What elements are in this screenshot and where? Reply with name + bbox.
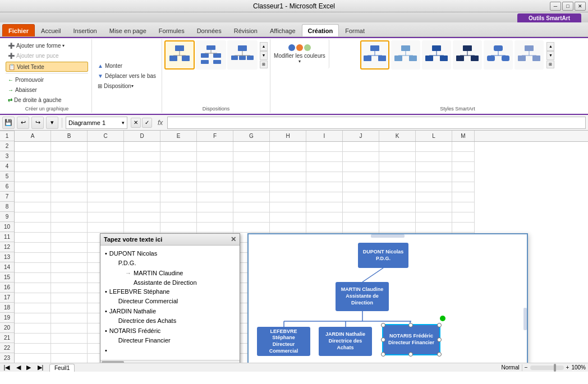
cell-E7[interactable] xyxy=(160,202,197,212)
cell-M2[interactable] xyxy=(452,152,475,162)
col-header-B[interactable]: B xyxy=(51,131,88,141)
cell-D5[interactable] xyxy=(124,182,160,192)
cell-E2[interactable] xyxy=(160,152,197,162)
cell-L1[interactable] xyxy=(416,142,452,152)
move-up-button[interactable]: ▲ Monter xyxy=(95,61,158,71)
move-down-button[interactable]: ▼ Déplacer vers le bas xyxy=(95,71,158,81)
col-header-F[interactable]: F xyxy=(197,131,233,141)
name-box-dropdown[interactable]: ▾ xyxy=(122,120,125,126)
handle-bm[interactable] xyxy=(408,352,413,357)
text-panel-scrollbar[interactable] xyxy=(100,360,240,363)
cell-M5[interactable] xyxy=(452,182,475,192)
cell-A16[interactable] xyxy=(15,293,51,303)
add-form-button[interactable]: ➕ Ajouter une forme ▾ xyxy=(6,40,88,50)
cell-K2[interactable] xyxy=(379,152,416,162)
cell-L4[interactable] xyxy=(416,172,452,182)
cell-B4[interactable] xyxy=(51,172,88,182)
row-header-3[interactable]: 3 xyxy=(0,151,14,161)
cell-D2[interactable] xyxy=(124,152,160,162)
cell-H4[interactable] xyxy=(270,172,306,182)
cell-A8[interactable] xyxy=(15,212,51,223)
style-item-6[interactable] xyxy=(514,40,544,70)
zoom-minus[interactable]: − xyxy=(525,364,528,371)
cell-H3[interactable] xyxy=(270,162,306,172)
cell-I8[interactable] xyxy=(306,212,343,223)
formula-bar[interactable] xyxy=(167,117,586,129)
cell-F5[interactable] xyxy=(197,182,233,192)
rotation-handle[interactable] xyxy=(440,316,445,321)
cell-E1[interactable] xyxy=(160,142,197,152)
cell-G8[interactable] xyxy=(233,212,270,223)
cell-B22[interactable] xyxy=(51,354,88,363)
rtl-button[interactable]: ⇄ De droite à gauche xyxy=(6,95,88,105)
cell-I2[interactable] xyxy=(306,152,343,162)
cell-A19[interactable] xyxy=(15,323,51,334)
style-item-1[interactable] xyxy=(360,40,389,70)
cell-D7[interactable] xyxy=(124,202,160,212)
org-box-martin[interactable]: MARTIN ClaudineAssistante deDirection xyxy=(336,282,389,311)
cell-F3[interactable] xyxy=(197,162,233,172)
cell-B10[interactable] xyxy=(51,233,88,243)
cell-M4[interactable] xyxy=(452,172,475,182)
cell-A11[interactable] xyxy=(15,243,51,253)
cell-B16[interactable] xyxy=(51,293,88,303)
cell-J1[interactable] xyxy=(343,142,379,152)
cell-F4[interactable] xyxy=(197,172,233,182)
cell-A22[interactable] xyxy=(15,354,51,363)
cell-B6[interactable] xyxy=(51,192,88,202)
cell-I4[interactable] xyxy=(306,172,343,182)
cell-B12[interactable] xyxy=(51,253,88,263)
tab-mise-en-page[interactable]: Mise en page xyxy=(103,24,153,36)
cell-H8[interactable] xyxy=(270,212,306,223)
cell-G5[interactable] xyxy=(233,182,270,192)
cell-J8[interactable] xyxy=(343,212,379,223)
add-bullet-button[interactable]: ➕ Ajouter une puce xyxy=(6,50,88,61)
redo-button[interactable]: ↪ xyxy=(31,117,44,129)
disposition-button[interactable]: ⊞ Disposition ▾ xyxy=(95,81,158,91)
handle-ml[interactable] xyxy=(381,337,385,342)
row-header-18[interactable]: 18 xyxy=(0,303,14,313)
disposition-item-2[interactable] xyxy=(196,40,226,70)
cell-M3[interactable] xyxy=(452,162,475,172)
row-header-16[interactable]: 16 xyxy=(0,283,14,293)
cell-A4[interactable] xyxy=(15,172,51,182)
cell-D4[interactable] xyxy=(124,172,160,182)
cell-G6[interactable] xyxy=(233,192,270,202)
cell-D8[interactable] xyxy=(124,212,160,223)
cell-B8[interactable] xyxy=(51,212,88,223)
cell-L7[interactable] xyxy=(416,202,452,212)
demote-button[interactable]: → Abaisser xyxy=(6,85,88,95)
col-header-H[interactable]: H xyxy=(270,131,306,141)
col-header-L[interactable]: L xyxy=(416,131,452,141)
cell-F7[interactable] xyxy=(197,202,233,212)
cell-L8[interactable] xyxy=(416,212,452,223)
cell-G1[interactable] xyxy=(233,142,270,152)
handle-mr[interactable] xyxy=(437,337,442,342)
cell-K1[interactable] xyxy=(379,142,416,152)
cell-J7[interactable] xyxy=(343,202,379,212)
cell-A2[interactable] xyxy=(15,152,51,162)
cell-B21[interactable] xyxy=(51,344,88,354)
cell-B9[interactable] xyxy=(51,223,88,233)
cell-K8[interactable] xyxy=(379,212,416,223)
row-header-17[interactable]: 17 xyxy=(0,293,14,303)
col-header-A[interactable]: A xyxy=(15,131,51,141)
cell-J2[interactable] xyxy=(343,152,379,162)
cell-B18[interactable] xyxy=(51,313,88,323)
cell-I7[interactable] xyxy=(306,202,343,212)
tab-formules[interactable]: Formules xyxy=(153,24,191,36)
cancel-formula-button[interactable]: ✕ xyxy=(131,118,141,128)
cell-A5[interactable] xyxy=(15,182,51,192)
cell-B15[interactable] xyxy=(51,283,88,293)
org-box-lefebvre[interactable]: LEFEBVRE StéphaneDirecteurCommercial xyxy=(257,327,310,356)
cell-M8[interactable] xyxy=(452,212,475,223)
sheet-nav-first[interactable]: |◀ xyxy=(0,364,13,371)
cell-H7[interactable] xyxy=(270,202,306,212)
tab-creation[interactable]: Création xyxy=(302,24,339,36)
cell-F1[interactable] xyxy=(197,142,233,152)
cell-B14[interactable] xyxy=(51,273,88,283)
cell-M9[interactable] xyxy=(452,223,475,233)
style-item-3[interactable] xyxy=(422,40,451,70)
minimize-button[interactable]: ─ xyxy=(550,2,561,11)
cell-C4[interactable] xyxy=(88,172,124,182)
